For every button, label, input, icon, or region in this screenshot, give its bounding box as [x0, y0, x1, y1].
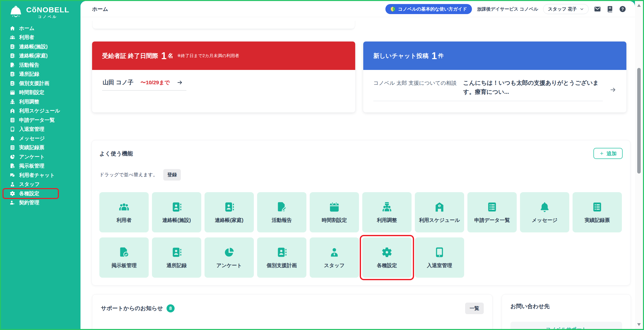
- sidebar-item[interactable]: 連絡帳(施設): [1, 42, 80, 51]
- arrow-right-icon: [610, 87, 616, 93]
- person-icon: [10, 181, 15, 187]
- sidebar-item[interactable]: 利用者チャット: [1, 171, 80, 180]
- certificate-entry-name: 山田 コノ子: [103, 78, 133, 86]
- board-check-icon: [118, 246, 130, 258]
- table-icon: [10, 117, 15, 123]
- brand-subtitle: コノベル: [38, 15, 57, 19]
- feature-tile-label: 利用者: [116, 217, 132, 224]
- sidebar-item[interactable]: 実績記録票: [1, 143, 80, 152]
- favorite-features-header: よく使う機能 追加: [99, 148, 623, 159]
- sidebar-item[interactable]: 連絡帳(家庭): [1, 51, 80, 61]
- contact-support-box[interactable]: コノベルサポート: [510, 322, 622, 329]
- contact-book-icon: [10, 53, 15, 59]
- table-icon: [486, 201, 498, 213]
- sidebar-item[interactable]: 入退室管理: [1, 125, 80, 134]
- usage-guide-button[interactable]: コノベルの基本的な使い方ガイド: [385, 4, 472, 14]
- gear-icon: [381, 246, 393, 258]
- chat-alert-unit: 件: [438, 52, 444, 60]
- feature-tile[interactable]: 申請データ一覧: [467, 192, 517, 232]
- sidebar-item[interactable]: 活動報告: [1, 60, 80, 70]
- certificate-alert-unit: 名: [168, 52, 173, 60]
- sidebar-item-label: 各種設定: [19, 190, 39, 197]
- sidebar-item[interactable]: 利用調整: [1, 97, 80, 106]
- manual-icon[interactable]: [606, 5, 614, 13]
- report-icon: [10, 62, 15, 68]
- feature-hint-row: ドラッグで並べ替えます。 登録: [99, 169, 623, 181]
- support-news-list-button[interactable]: 一覧: [465, 303, 484, 314]
- content-area: 受給者証 終了日間際 1 名 ※終了日まで2カ月未満の利用者 山田 コノ子 〜1…: [80, 17, 635, 329]
- feature-tile[interactable]: 利用調整: [362, 192, 412, 232]
- certificate-alert-body: 山田 コノ子 〜10/29まで: [92, 70, 355, 91]
- feature-tile[interactable]: 連絡帳(家庭): [205, 192, 254, 232]
- sidebar-item[interactable]: 掲示板管理: [1, 161, 80, 171]
- feature-tile-label: 連絡帳(家庭): [215, 217, 243, 224]
- register-button[interactable]: 登録: [163, 169, 181, 181]
- certificate-entry-link[interactable]: 山田 コノ子 〜10/29まで: [102, 78, 186, 91]
- feature-tile[interactable]: メッセージ: [520, 192, 569, 232]
- feature-tile[interactable]: スタッフ: [310, 237, 359, 278]
- sidebar-item[interactable]: ホーム: [1, 24, 80, 33]
- feature-tile[interactable]: 個別支援計画: [257, 237, 306, 278]
- sidebar-item[interactable]: メッセージ: [1, 134, 80, 143]
- sidebar-item-label: 利用調整: [19, 98, 39, 105]
- feature-tile[interactable]: 各種設定: [362, 237, 412, 278]
- sidebar-item[interactable]: 申請データ一覧: [1, 115, 80, 125]
- users-calendar-icon: [10, 99, 15, 105]
- help-icon[interactable]: ?: [619, 5, 626, 13]
- bell-icon: [539, 201, 550, 213]
- scrollbar-up-arrow[interactable]: [637, 4, 641, 7]
- sidebar-item[interactable]: 時間割設定: [1, 88, 80, 97]
- feature-tile[interactable]: 利用スケジュール: [415, 192, 464, 232]
- sidebar-item[interactable]: 利用者: [1, 33, 80, 42]
- calendar-icon: [10, 90, 15, 95]
- sidebar-item[interactable]: 個別支援計画: [1, 79, 80, 88]
- sidebar-item[interactable]: アンケート: [1, 152, 80, 161]
- calendar-icon: [329, 201, 340, 213]
- support-news-title: サポートからのお知らせ: [101, 305, 163, 312]
- favorite-features-title: よく使う機能: [99, 150, 133, 157]
- feature-tile[interactable]: 連絡帳(施設): [152, 192, 201, 232]
- sidebar-item[interactable]: 利用スケジュール: [1, 106, 80, 116]
- add-feature-button[interactable]: 追加: [593, 148, 623, 159]
- sidebar: CõNOBELL コノベル ホーム利用者連絡帳(施設)連絡帳(家庭)活動報告通所…: [1, 1, 80, 329]
- certificate-entry-period: 〜10/29まで: [140, 79, 170, 86]
- scrollbar-thumb[interactable]: [637, 68, 641, 174]
- app-logo[interactable]: CõNOBELL コノベル: [9, 5, 80, 20]
- feature-tile-label: アンケート: [216, 262, 242, 269]
- feature-tile-label: メッセージ: [532, 217, 557, 224]
- chat-alert-card: 新しいチャット投稿 1 件 コノベル 太郎 支援についての相談 こんにちは！いつ…: [363, 42, 626, 112]
- feature-tile[interactable]: 入退室管理: [415, 237, 464, 278]
- sidebar-item-label: 申請データ一覧: [19, 117, 55, 123]
- feature-tile-label: 連絡帳(施設): [162, 217, 191, 224]
- sidebar-item-label: 利用者チャット: [19, 172, 55, 179]
- sidebar-item[interactable]: 各種設定: [1, 189, 80, 198]
- chat-alert-header: 新しいチャット投稿 1 件: [363, 42, 626, 70]
- report-icon: [276, 201, 288, 213]
- sidebar-item[interactable]: 通所記録: [1, 70, 80, 79]
- feature-tile[interactable]: 時間割設定: [310, 192, 359, 232]
- mail-icon[interactable]: [594, 5, 601, 13]
- scrollbar-down-arrow[interactable]: [637, 323, 641, 326]
- person-icon: [329, 246, 340, 258]
- feature-tile[interactable]: 利用者: [99, 192, 149, 232]
- chat-entry: コノベル 太郎 支援についての相談 こんにちは！いつも太郎の支援ありがとうござい…: [373, 78, 603, 101]
- chat-entry-link[interactable]: コノベル 太郎 支援についての相談 こんにちは！いつも太郎の支援ありがとうござい…: [373, 78, 616, 101]
- staff-dropdown[interactable]: スタッフ 花子: [543, 4, 589, 14]
- feature-tile[interactable]: 活動報告: [257, 192, 306, 232]
- feature-tile[interactable]: 掲示板管理: [99, 237, 149, 278]
- chat-entry-label: コノベル 太郎 支援についての相談: [373, 78, 457, 87]
- certificate-alert-title: 受給者証 終了日間際: [102, 52, 158, 60]
- sidebar-item-label: 連絡帳(施設): [19, 43, 48, 50]
- header-icons: ?: [594, 5, 626, 13]
- sidebar-item[interactable]: スタッフ: [1, 180, 80, 189]
- feature-tile[interactable]: アンケート: [205, 237, 254, 278]
- feature-tile[interactable]: 通所記録: [152, 237, 201, 278]
- sidebar-item[interactable]: 契約管理: [1, 198, 80, 208]
- scrolled-card-fragment: [92, 21, 355, 29]
- chat-alert-body: コノベル 太郎 支援についての相談 こんにちは！いつも太郎の支援ありがとうござい…: [363, 70, 626, 101]
- users-icon: [10, 34, 15, 40]
- feature-tile[interactable]: 実績記録票: [573, 192, 622, 232]
- sidebar-item-label: ホーム: [19, 25, 34, 32]
- contact-title: お問い合わせ先: [510, 303, 622, 310]
- feature-tile-label: スタッフ: [324, 262, 345, 269]
